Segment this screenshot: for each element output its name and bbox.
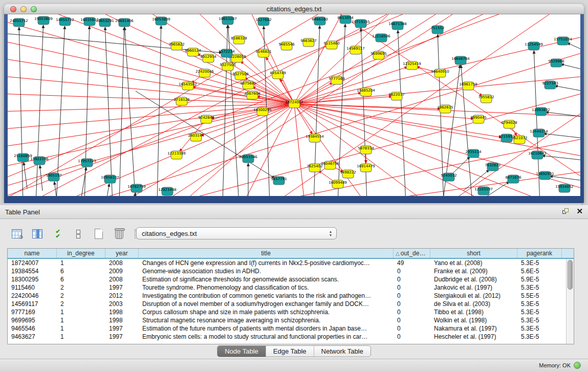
graph-node[interactable]: 1527602	[255, 17, 271, 26]
graph-node[interactable]: 7625402	[307, 164, 322, 172]
graph-node[interactable]: 15922196	[30, 157, 49, 165]
graph-node[interactable]: 10653291	[96, 18, 114, 27]
graph-node[interactable]: 8912954	[200, 54, 216, 62]
graph-node[interactable]: 2367608	[244, 91, 260, 99]
graph-node[interactable]: 25160859	[14, 154, 32, 162]
citation-network-graph[interactable]: 1872400779658228960124891295422226058932…	[8, 14, 580, 196]
graph-node[interactable]: 10653287	[219, 16, 237, 25]
graph-node[interactable]: 6794028	[501, 120, 517, 128]
graph-node[interactable]: 2935114	[465, 149, 482, 158]
graph-node[interactable]: 9463627	[300, 38, 316, 47]
graph-node[interactable]: 9146821	[255, 49, 271, 57]
table-selector-dropdown[interactable]: citations_edges.txt ▲▼	[136, 227, 337, 239]
network-canvas[interactable]: 1872400779658228960124891295422226058932…	[8, 14, 580, 196]
graph-node[interactable]: 16914479	[357, 164, 375, 172]
graph-node[interactable]: 7632621	[485, 163, 500, 171]
graph-node[interactable]: 18640910	[431, 69, 449, 77]
table-row[interactable]: 911546021997Tourette syndrome. Phenomeno…	[8, 283, 574, 292]
graph-node[interactable]: 8186328	[231, 36, 247, 44]
graph-node[interactable]: 12444154	[530, 129, 548, 137]
graph-node[interactable]: 20053346	[239, 155, 257, 163]
vertical-scrollbar[interactable]	[566, 259, 574, 344]
graph-node[interactable]: 8990445	[470, 115, 486, 123]
scrollbar-thumb[interactable]	[568, 260, 573, 290]
graph-node[interactable]: 8215953	[498, 134, 514, 142]
graph-node[interactable]: 9227343	[542, 81, 558, 89]
graph-node[interactable]: 12103197	[474, 187, 493, 195]
graph-node[interactable]: 9327505	[220, 62, 235, 71]
table-row[interactable]: 946362711997Embryonic stem cells: a mode…	[8, 333, 574, 341]
graph-node[interactable]: 9329966	[548, 59, 564, 67]
graph-node[interactable]: 20691406	[115, 18, 134, 27]
graph-node[interactable]: 9245012	[441, 173, 456, 181]
graph-node[interactable]: 14055712	[56, 17, 74, 26]
graph-node[interactable]: 17957223	[78, 159, 96, 167]
float-panel-icon[interactable]	[562, 207, 570, 215]
graph-node[interactable]: 16671388	[388, 21, 407, 30]
table-row[interactable]: 1938455462009Genome-wide association stu…	[8, 267, 574, 275]
graph-node[interactable]: 751552	[431, 26, 445, 34]
table-row[interactable]: 977716911998Corpus callosum shape and si…	[8, 308, 574, 316]
window-titlebar[interactable]: citations_edges.txt	[4, 4, 584, 14]
table-settings-icon[interactable]: ⚙	[10, 227, 24, 240]
graph-node[interactable]: 16961758	[459, 82, 477, 90]
graph-node[interactable]: 9115460	[323, 41, 339, 49]
graph-node[interactable]: 16543582	[179, 82, 197, 90]
graph-node[interactable]: 8822037	[388, 92, 404, 100]
graph-node[interactable]: 7955812	[478, 95, 494, 103]
graph-node[interactable]: 11254549	[525, 42, 543, 50]
graph-node[interactable]: 5905157	[46, 173, 61, 181]
table-row[interactable]: 969969511998Structural magnetic resonanc…	[8, 316, 574, 324]
graph-node[interactable]: 8960124	[185, 48, 201, 56]
table-row[interactable]: 1872400712008Changes of HCN gene express…	[8, 259, 574, 267]
graph-node[interactable]: 15692931	[536, 171, 554, 180]
new-file-icon[interactable]	[92, 227, 105, 240]
graph-node[interactable]: 16648784	[451, 56, 470, 64]
graph-node[interactable]: 24055712	[10, 18, 28, 27]
graph-node[interactable]: 15885204	[357, 88, 375, 96]
table-row[interactable]: 1830029562008Estimation of significance …	[8, 275, 574, 283]
graph-node[interactable]: 12923448	[158, 187, 177, 195]
graph-node[interactable]: 10719155	[352, 19, 370, 28]
close-panel-icon[interactable]: ✕	[576, 207, 583, 215]
column-header-name[interactable]: name	[8, 249, 57, 258]
graph-node[interactable]: 9327508	[232, 72, 248, 80]
table-row[interactable]: 1456911722003Disruption of a novel membe…	[8, 300, 574, 308]
tab-edge-table[interactable]: Edge Table	[266, 346, 314, 357]
graph-node[interactable]: 1862615	[437, 105, 453, 113]
column-header-year[interactable]: year	[105, 249, 139, 258]
table-row[interactable]: 2242004622012Investigating the contribut…	[8, 292, 574, 300]
column-header-title[interactable]: title	[139, 249, 394, 258]
graph-node[interactable]: 19384554	[306, 134, 324, 142]
graph-node[interactable]: 9699695	[371, 51, 386, 59]
column-header-pagerank[interactable]: pagerank	[517, 249, 562, 258]
graph-node[interactable]: 10958107	[101, 175, 119, 183]
column-header-in_degree[interactable]: in_degree	[57, 249, 105, 258]
select-column-icon[interactable]	[31, 227, 44, 240]
graph-node[interactable]: 6466160	[312, 17, 328, 25]
graph-node[interactable]: 9457791	[271, 177, 287, 185]
graph-node[interactable]: 7965822	[168, 42, 184, 50]
graph-node[interactable]: 2803144	[188, 133, 204, 141]
delete-trash-icon[interactable]	[113, 227, 126, 240]
tab-node-table[interactable]: Node Table	[217, 346, 266, 357]
tab-network-table[interactable]: Network Table	[314, 346, 371, 357]
graph-node[interactable]: 8454749	[270, 71, 286, 79]
graph-node[interactable]: 12325419	[403, 61, 421, 70]
graph-node[interactable]: 15934052	[555, 184, 574, 192]
column-header-out_de[interactable]: △out_de…	[394, 249, 430, 258]
graph-node[interactable]: 9242848	[198, 115, 214, 123]
graph-node[interactable]: 5878334	[358, 146, 374, 154]
graph-node[interactable]: 19053809	[34, 16, 53, 25]
graph-node[interactable]: 16782759	[127, 184, 146, 192]
graph-node[interactable]: 22420046	[195, 69, 214, 77]
graph-node[interactable]: 9465546	[278, 42, 295, 50]
graph-node[interactable]: 5875685	[240, 81, 256, 89]
graph-node[interactable]: 16210643	[528, 151, 547, 159]
graph-node[interactable]: 14569117	[346, 46, 365, 54]
graph-node[interactable]: 16046756	[321, 161, 339, 169]
graph-node[interactable]: 9498222	[340, 170, 356, 178]
select-rows-checks-icon[interactable]: ✔✔	[51, 227, 64, 240]
graph-node[interactable]: 12218506	[372, 34, 390, 42]
graph-node[interactable]: 8471676	[505, 175, 521, 183]
